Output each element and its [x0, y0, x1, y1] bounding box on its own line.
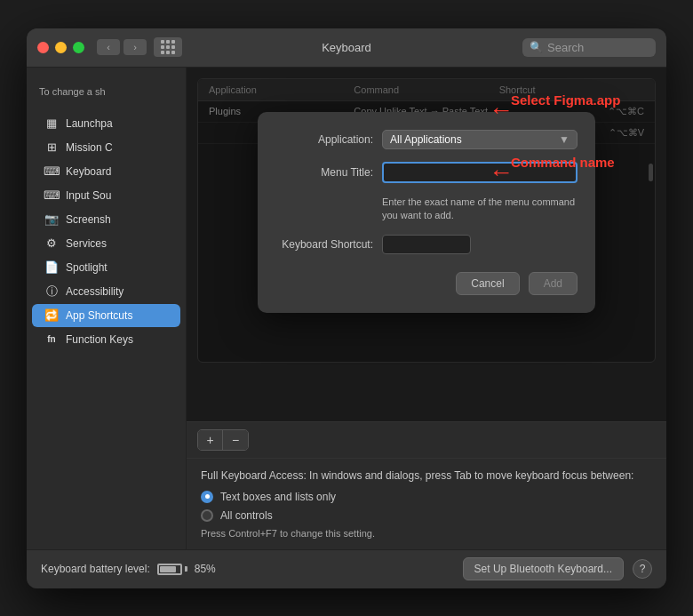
sidebar-item-accessibility[interactable]: ⓘ Accessibility	[32, 280, 180, 303]
sidebar-info: To change a sh	[27, 78, 186, 111]
accessibility-icon: ⓘ	[44, 284, 59, 299]
keyboard-shortcut-row: Keyboard Shortcut:	[275, 235, 578, 254]
input-source-icon: ⌨	[44, 188, 59, 203]
sidebar-item-launchpad[interactable]: ▦ Launchpa	[32, 112, 180, 135]
menu-title-input[interactable]	[382, 162, 578, 183]
status-right: Set Up Bluetooth Keyboard... ?	[463, 557, 652, 580]
bluetooth-setup-button[interactable]: Set Up Bluetooth Keyboard...	[463, 557, 624, 580]
battery-percent: 85%	[195, 563, 216, 575]
keyboard-access-section: Full Keyboard Access: In windows and dia…	[187, 458, 666, 549]
sidebar-item-screenshot[interactable]: 📷 Screensh	[32, 208, 180, 231]
search-placeholder: Search	[547, 41, 584, 54]
battery-fill	[160, 566, 177, 572]
sidebar-item-label: Accessibility	[66, 285, 123, 298]
services-icon: ⚙	[44, 236, 59, 251]
shortcut-label: Keyboard Shortcut:	[275, 238, 373, 251]
sidebar-item-spotlight[interactable]: 📄 Spotlight	[32, 256, 180, 279]
search-box[interactable]: 🔍 Search	[522, 38, 656, 57]
sidebar-item-label: Function Keys	[66, 333, 133, 346]
sidebar-item-label: Spotlight	[66, 261, 108, 274]
application-value: All Applications	[390, 133, 462, 146]
minimize-button[interactable]	[55, 42, 67, 53]
search-icon: 🔍	[530, 41, 543, 53]
grid-icon	[161, 40, 175, 54]
cancel-button[interactable]: Cancel	[456, 272, 519, 295]
app-shortcuts-icon: 🔁	[44, 308, 59, 323]
launchpad-icon: ▦	[44, 116, 59, 131]
battery-info: Keyboard battery level: 85%	[41, 563, 216, 575]
screenshot-icon: 📷	[44, 212, 59, 227]
dropdown-arrow-icon: ▼	[559, 133, 570, 146]
main-content: To change a sh ▦ Launchpa ⊞ Mission C ⌨ …	[27, 68, 666, 549]
status-bar: Keyboard battery level: 85% Set Up Bluet…	[27, 549, 666, 588]
close-button[interactable]	[37, 42, 49, 53]
sidebar-item-app-shortcuts[interactable]: 🔁 App Shortcuts	[32, 304, 180, 327]
menu-title-label: Menu Title:	[275, 166, 373, 179]
application-dropdown[interactable]: All Applications ▼	[382, 130, 578, 149]
battery-body	[157, 564, 182, 575]
keyboard-access-note: Press Control+F7 to change this setting.	[201, 528, 652, 539]
add-button[interactable]: Add	[529, 272, 578, 295]
sidebar-item-label: App Shortcuts	[66, 309, 132, 322]
keyboard-access-title: Full Keyboard Access: In windows and dia…	[201, 469, 652, 482]
battery-tip	[185, 566, 187, 572]
modal-overlay: Application: All Applications ▼ Menu Tit…	[187, 68, 666, 421]
annotation-text1: Select Figma.app	[511, 92, 620, 108]
mission-icon: ⊞	[44, 140, 59, 155]
menu-title-row: Menu Title:	[275, 162, 578, 183]
grid-view-button[interactable]	[154, 37, 182, 57]
radio-all-controls[interactable]: All controls	[201, 509, 652, 522]
add-remove-buttons: + −	[197, 429, 249, 451]
radio-all-controls-indicator	[201, 509, 213, 522]
modal-buttons: Cancel Add	[275, 272, 578, 295]
sidebar-item-label: Screensh	[66, 213, 111, 226]
maximize-button[interactable]	[73, 42, 84, 53]
arrow1-icon: ←	[489, 96, 514, 124]
bottom-controls: + −	[187, 421, 666, 458]
sidebar-item-mission[interactable]: ⊞ Mission C	[32, 136, 180, 159]
back-button[interactable]: ‹	[97, 39, 120, 55]
keyboard-window: ‹ › Keyboard 🔍 Search To change a sh ▦	[27, 28, 666, 588]
sidebar-item-label: Services	[66, 237, 107, 250]
battery-label: Keyboard battery level:	[41, 563, 150, 575]
traffic-lights	[37, 42, 84, 53]
sidebar-item-label: Launchpa	[66, 117, 113, 130]
sidebar-item-keyboard[interactable]: ⌨ Keyboard	[32, 160, 180, 183]
sidebar-item-input-source[interactable]: ⌨ Input Sou	[32, 184, 180, 207]
application-label: Application:	[275, 133, 373, 146]
application-row: Application: All Applications ▼	[275, 130, 578, 149]
forward-button[interactable]: ›	[123, 39, 147, 55]
add-shortcut-button[interactable]: +	[198, 430, 223, 450]
radio-text-boxes-indicator	[201, 491, 213, 503]
sidebar-item-label: Input Sou	[66, 189, 111, 202]
sidebar-item-label: Mission C	[66, 141, 113, 154]
battery-icon	[157, 564, 187, 575]
panel-content: Application Command Shortcut Plugins Cop…	[187, 68, 666, 421]
radio-text-boxes[interactable]: Text boxes and lists only	[201, 491, 652, 503]
sidebar-item-function-keys[interactable]: fn Function Keys	[32, 328, 180, 351]
function-keys-icon: fn	[44, 332, 59, 347]
add-shortcut-modal: Application: All Applications ▼ Menu Tit…	[258, 112, 595, 314]
titlebar: ‹ › Keyboard 🔍 Search	[27, 28, 666, 68]
help-button[interactable]: ?	[633, 559, 652, 579]
nav-buttons: ‹ ›	[97, 39, 147, 55]
modal-hint: Enter the exact name of the menu command…	[275, 196, 578, 223]
sidebar: To change a sh ▦ Launchpa ⊞ Mission C ⌨ …	[27, 68, 187, 549]
spotlight-icon: 📄	[44, 260, 59, 275]
shortcut-input[interactable]	[382, 235, 471, 254]
radio-all-controls-label: All controls	[220, 509, 273, 522]
window-title: Keyboard	[322, 41, 371, 54]
keyboard-icon: ⌨	[44, 164, 59, 179]
radio-text-boxes-label: Text boxes and lists only	[220, 491, 336, 503]
sidebar-item-services[interactable]: ⚙ Services	[32, 232, 180, 255]
sidebar-item-label: Keyboard	[66, 165, 111, 178]
remove-shortcut-button[interactable]: −	[223, 430, 248, 450]
main-panel: Application Command Shortcut Plugins Cop…	[187, 68, 666, 549]
